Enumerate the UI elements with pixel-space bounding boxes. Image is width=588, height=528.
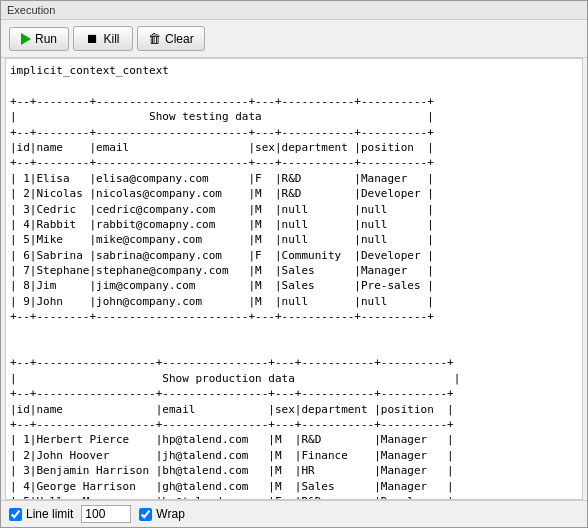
run-label: Run <box>35 32 57 46</box>
content-area: implicit_context_context +--+--------+--… <box>1 58 587 500</box>
wrap-checkbox[interactable] <box>139 508 152 521</box>
wrap-label-container: Wrap <box>139 507 184 521</box>
footer: Line limit Wrap <box>1 500 587 527</box>
kill-label: Kill <box>103 32 119 46</box>
line-limit-label: Line limit <box>9 507 73 521</box>
execution-window: Execution Run ⏹ Kill 🗑 Clear implicit_co… <box>0 0 588 528</box>
kill-button[interactable]: ⏹ Kill <box>73 26 133 51</box>
output-scroll[interactable]: implicit_context_context +--+--------+--… <box>5 58 583 500</box>
line-limit-input[interactable] <box>81 505 131 523</box>
output-text: implicit_context_context +--+--------+--… <box>10 63 578 500</box>
section-title: Execution <box>1 1 587 20</box>
clear-button[interactable]: 🗑 Clear <box>137 26 205 51</box>
kill-icon: ⏹ <box>86 31 99 46</box>
line-limit-checkbox[interactable] <box>9 508 22 521</box>
run-icon <box>21 33 31 45</box>
clear-label: Clear <box>165 32 194 46</box>
run-button[interactable]: Run <box>9 27 69 51</box>
clear-icon: 🗑 <box>148 31 161 46</box>
toolbar: Run ⏹ Kill 🗑 Clear <box>1 20 587 58</box>
